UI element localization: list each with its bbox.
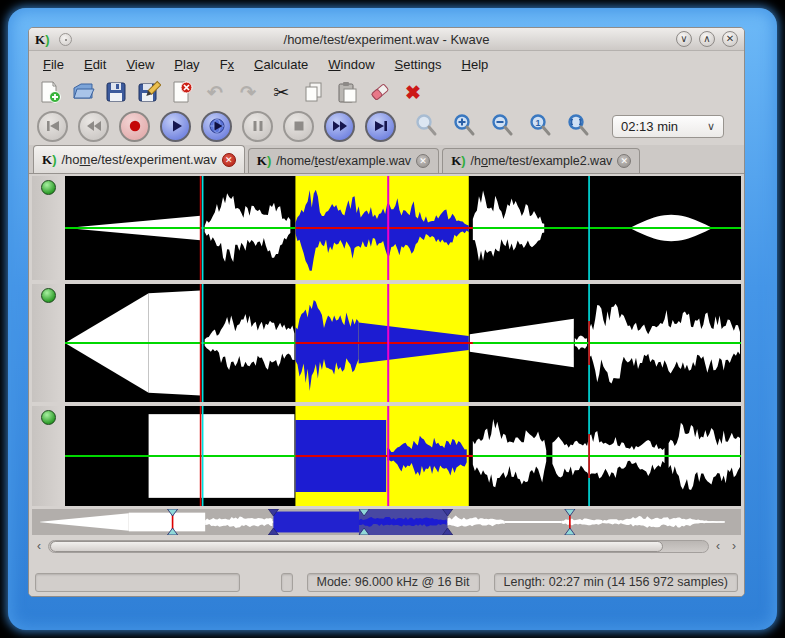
save-file-icon[interactable] bbox=[103, 79, 129, 105]
horizontal-scrollbar[interactable]: ‹ ‹ › bbox=[32, 538, 741, 555]
chevron-down-icon: ∨ bbox=[707, 120, 715, 133]
tab-example2-wav[interactable]: K) /home/test/example2.wav ✕ bbox=[442, 148, 640, 173]
kwave-file-icon: K) bbox=[42, 152, 56, 168]
main-toolbar: ↶ ↷ ✂ ✖ bbox=[29, 77, 744, 107]
tab-label: /home/test/example.wav bbox=[276, 154, 411, 168]
zoom-fit-icon[interactable] bbox=[566, 113, 592, 139]
close-button[interactable]: ✕ bbox=[722, 31, 738, 47]
statusbar: Mode: 96.000 kHz @ 16 Bit Length: 02:27 … bbox=[29, 570, 744, 596]
tab-label: /home/test/experiment.wav bbox=[61, 152, 216, 167]
fast-forward-button[interactable] bbox=[324, 111, 355, 142]
menu-edit[interactable]: Edit bbox=[76, 54, 114, 75]
save-as-icon[interactable] bbox=[136, 79, 162, 105]
signal-view: ‹ ‹ › bbox=[29, 174, 744, 570]
track-1-controls bbox=[32, 176, 65, 280]
skip-forward-button[interactable] bbox=[365, 111, 396, 142]
paste-icon[interactable] bbox=[334, 79, 360, 105]
zoom-100-icon[interactable]: 1 bbox=[528, 113, 554, 139]
kwave-file-icon: K) bbox=[257, 153, 271, 169]
menubar: File Edit View Play Fx Calculate Window … bbox=[29, 51, 744, 77]
track-2-controls bbox=[32, 284, 65, 402]
kwave-window: K) /home/test/experiment.wav - Kwave ∨ ∧… bbox=[28, 27, 745, 597]
zoom-selection-icon[interactable] bbox=[414, 113, 440, 139]
minimize-button[interactable]: ∨ bbox=[676, 31, 692, 47]
menu-help[interactable]: Help bbox=[454, 54, 497, 75]
menu-fx[interactable]: Fx bbox=[212, 54, 242, 75]
redo-icon[interactable]: ↷ bbox=[235, 79, 261, 105]
playback-toolbar: 1 02:13 min ∨ bbox=[29, 107, 744, 145]
track-row-3 bbox=[32, 406, 741, 506]
play-button[interactable] bbox=[160, 111, 191, 142]
scroll-left-secondary-icon[interactable]: ‹ bbox=[711, 539, 725, 554]
desktop: K) /home/test/experiment.wav - Kwave ∨ ∧… bbox=[0, 0, 785, 638]
svg-text:1: 1 bbox=[535, 118, 540, 128]
menu-file[interactable]: File bbox=[35, 54, 72, 75]
tab-close-icon[interactable]: ✕ bbox=[617, 154, 631, 168]
track-3-led[interactable] bbox=[41, 410, 56, 425]
kwave-file-icon: K) bbox=[451, 153, 465, 169]
titlebar[interactable]: K) /home/test/experiment.wav - Kwave ∨ ∧… bbox=[29, 28, 744, 51]
zoom-time-value: 02:13 min bbox=[621, 119, 678, 134]
loop-play-button[interactable] bbox=[201, 111, 232, 142]
scrollbar-groove[interactable] bbox=[48, 540, 709, 553]
status-tiny-panel bbox=[281, 573, 293, 592]
menu-play[interactable]: Play bbox=[166, 54, 207, 75]
tabbar: K) /home/test/experiment.wav ✕ K) /home/… bbox=[29, 145, 744, 174]
cut-icon[interactable]: ✂ bbox=[268, 79, 294, 105]
window-title: /home/test/experiment.wav - Kwave bbox=[29, 32, 744, 47]
tab-close-icon[interactable]: ✕ bbox=[416, 154, 430, 168]
tab-experiment-wav[interactable]: K) /home/test/experiment.wav ✕ bbox=[33, 145, 245, 173]
new-file-icon[interactable] bbox=[37, 79, 63, 105]
track-1-waveform[interactable] bbox=[65, 176, 741, 280]
track-1-led[interactable] bbox=[41, 180, 56, 195]
tab-label: /home/test/example2.wav bbox=[471, 154, 613, 168]
stop-button[interactable] bbox=[283, 111, 314, 142]
track-2-waveform[interactable] bbox=[65, 284, 741, 402]
overview-wrap bbox=[32, 509, 741, 535]
copy-icon[interactable] bbox=[301, 79, 327, 105]
scroll-left-icon[interactable]: ‹ bbox=[32, 539, 46, 554]
zoom-time-select[interactable]: 02:13 min ∨ bbox=[612, 115, 724, 138]
scrollbar-thumb[interactable] bbox=[50, 541, 663, 552]
maximize-button[interactable]: ∧ bbox=[699, 31, 715, 47]
track-3-waveform[interactable] bbox=[65, 406, 741, 506]
menu-view[interactable]: View bbox=[118, 54, 162, 75]
zoom-out-icon[interactable] bbox=[490, 113, 516, 139]
track-2-led[interactable] bbox=[41, 288, 56, 303]
scroll-right-icon[interactable]: › bbox=[727, 539, 741, 554]
tab-example-wav[interactable]: K) /home/test/example.wav ✕ bbox=[248, 148, 439, 173]
menu-window[interactable]: Window bbox=[320, 54, 382, 75]
track-row-2 bbox=[32, 284, 741, 402]
pause-button[interactable] bbox=[242, 111, 273, 142]
tab-close-icon[interactable]: ✕ bbox=[222, 153, 236, 167]
menu-calculate[interactable]: Calculate bbox=[246, 54, 316, 75]
zoom-in-icon[interactable] bbox=[452, 113, 478, 139]
delete-icon[interactable]: ✖ bbox=[400, 79, 426, 105]
zoom-toolbar: 1 bbox=[414, 113, 592, 139]
track-3-controls bbox=[32, 406, 65, 506]
status-length: Length: 02:27 min (14 156 972 samples) bbox=[494, 573, 738, 592]
status-mode: Mode: 96.000 kHz @ 16 Bit bbox=[307, 573, 480, 592]
menu-settings[interactable]: Settings bbox=[387, 54, 450, 75]
close-file-icon[interactable] bbox=[169, 79, 195, 105]
signal-overview[interactable] bbox=[32, 509, 741, 535]
erase-icon[interactable] bbox=[367, 79, 393, 105]
track-row-1 bbox=[32, 176, 741, 280]
record-button[interactable] bbox=[119, 111, 150, 142]
open-file-icon[interactable] bbox=[70, 79, 96, 105]
status-message-panel bbox=[35, 573, 240, 592]
skip-backward-button[interactable] bbox=[37, 111, 68, 142]
rewind-button[interactable] bbox=[78, 111, 109, 142]
undo-icon[interactable]: ↶ bbox=[202, 79, 228, 105]
